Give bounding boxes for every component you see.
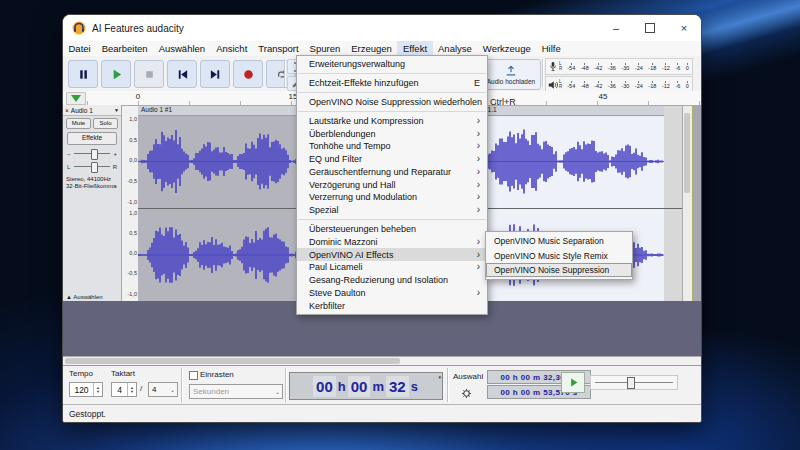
taktart-upper-value[interactable]: 4	[112, 385, 127, 395]
gain-slider[interactable]: – +	[63, 147, 121, 160]
pan-slider-thumb[interactable]	[91, 162, 98, 173]
menu-item-steve-daulton[interactable]: Steve Daulton›	[297, 287, 487, 300]
vertical-scrollbar[interactable]	[682, 105, 692, 301]
menu-item-erweiterungsverwaltung[interactable]: Erweiterungsverwaltung	[297, 58, 487, 71]
track-header[interactable]: × Audio 1 ▼	[63, 105, 121, 116]
vertical-scrollbar-thumb[interactable]	[684, 113, 690, 193]
play-button[interactable]	[101, 60, 131, 88]
submenu-item-noise-suppression[interactable]: OpenVINO Noise Suppression	[486, 263, 632, 277]
menu-spuren[interactable]: Spuren	[304, 41, 346, 56]
effects-button[interactable]: Effekte	[67, 132, 117, 145]
speed-slider-thumb[interactable]	[627, 377, 635, 389]
taktart-spin-icons[interactable]: ▲▼	[127, 383, 136, 396]
amp-label: -1,0	[121, 200, 137, 206]
menu-effekt[interactable]: Effekt	[397, 41, 432, 56]
record-button[interactable]	[233, 60, 263, 88]
menu-bearbeiten[interactable]: Bearbeiten	[96, 41, 153, 56]
track-close-icon[interactable]: ×	[65, 107, 69, 114]
menu-item-paul-licameli[interactable]: Paul Licameli›	[297, 261, 487, 274]
pan-slider-track[interactable]	[74, 166, 110, 167]
menu-werkzeuge[interactable]: Werkzeuge	[477, 41, 536, 56]
horizontal-scrollbar-thumb[interactable]	[65, 358, 400, 364]
menu-item-geraeuschentfernung[interactable]: Geräuschentfernung und Reparatur›	[297, 165, 487, 178]
track-menu-chevron-icon[interactable]: ▼	[114, 107, 119, 113]
bottom-toolbar: Tempo Taktart 120 ▲▼ 4 ▲▼ / 4 ⌄ Einraste…	[63, 365, 701, 405]
menu-ansicht[interactable]: Ansicht	[211, 41, 253, 56]
snap-checkbox[interactable]	[189, 371, 198, 380]
menu-item-uebersteuerungen[interactable]: Übersteuerungen beheben	[297, 223, 487, 236]
menu-item-tonhoehe[interactable]: Tonhöhe und Tempo›	[297, 140, 487, 153]
ruler-label-0: 0	[136, 92, 140, 101]
menu-item-openvino-ns-wiederholen[interactable]: OpenVINO Noise Suppression wiederholenCt…	[297, 96, 487, 109]
menu-item-spezial[interactable]: Spezial›	[297, 204, 487, 217]
menu-item-label: Verzögerung und Hall	[309, 180, 469, 190]
menu-item-openvino-ai-effects[interactable]: OpenVINO AI Effects›	[297, 248, 487, 261]
menu-item-label: Erweiterungsverwaltung	[309, 59, 480, 69]
track-select-button[interactable]: ▲ Auswählen	[66, 294, 103, 300]
stop-button[interactable]	[134, 60, 164, 88]
recording-meter[interactable]: LR -54-48-42-36-30-24-18-12-60	[545, 58, 693, 75]
time-format-caret-icon[interactable]: ▾	[438, 374, 441, 380]
time-minutes[interactable]: 00	[348, 376, 371, 397]
skip-to-end-button[interactable]	[200, 60, 230, 88]
record-icon	[242, 68, 255, 81]
bottombar-separator-2	[285, 368, 286, 402]
transport-toolbar	[68, 60, 296, 88]
clip-title[interactable]: Audio 1 #1	[141, 105, 172, 114]
menu-transport[interactable]: Transport	[253, 41, 304, 56]
close-button[interactable]: ×	[667, 15, 701, 41]
menu-item-gesang-reduzierung[interactable]: Gesang-Reduzierung und Isolation	[297, 274, 487, 287]
skip-to-start-button[interactable]	[167, 60, 197, 88]
selection-settings-gear-icon[interactable]	[461, 388, 472, 399]
submenu-arrow-icon: ›	[477, 193, 480, 201]
menu-item-shortcut: E	[474, 78, 480, 88]
submenu-item-music-style-remix[interactable]: OpenVINO Music Style Remix	[486, 248, 632, 262]
track-name[interactable]: Audio 1	[71, 107, 114, 114]
menu-item-ueberblendungen[interactable]: Überblendungen›	[297, 127, 487, 140]
gain-slider-thumb[interactable]	[91, 149, 98, 160]
menu-item-label: Geräuschentfernung und Reparatur	[309, 167, 469, 177]
submenu-item-music-separation[interactable]: OpenVINO Music Separation	[486, 234, 632, 248]
menu-analyse[interactable]: Analyse	[433, 41, 478, 56]
tempo-value[interactable]: 120	[70, 385, 93, 395]
playback-speed-slider[interactable]	[590, 375, 678, 390]
pinned-playhead-button[interactable]	[66, 92, 86, 105]
speaker-icon	[548, 80, 558, 90]
menu-item-echtzeit-effekte[interactable]: Echtzeit-Effekte hinzufügenE	[297, 77, 487, 90]
time-seconds[interactable]: 32	[386, 376, 409, 397]
submenu-arrow-icon: ›	[477, 130, 480, 138]
menu-erzeugen[interactable]: Erzeugen	[346, 41, 398, 56]
gain-slider-track[interactable]	[74, 153, 110, 154]
status-text: Gestoppt.	[69, 409, 106, 419]
tempo-spin-icons[interactable]: ▲▼	[93, 383, 102, 396]
audio-position-display[interactable]: 00 h 00 m 32 s ▾	[289, 372, 443, 400]
taktart-lower-dropdown[interactable]: 4 ⌄	[148, 382, 178, 397]
minimize-button[interactable]: –	[599, 15, 633, 41]
meter-scale-label: -36	[608, 63, 616, 71]
taktart-upper-stepper[interactable]: 4 ▲▼	[111, 382, 137, 397]
titlebar[interactable]: AI Features audacity – ×	[63, 15, 701, 41]
mute-button[interactable]: Mute	[66, 118, 91, 129]
menu-item-lautstaerke[interactable]: Lautstärke und Kompression›	[297, 114, 487, 127]
bottombar-separator-3	[447, 368, 448, 402]
menu-hilfe[interactable]: Hilfe	[536, 41, 566, 56]
menu-auswaehlen[interactable]: Auswählen	[153, 41, 210, 56]
pause-button[interactable]	[68, 60, 98, 88]
time-hours[interactable]: 00	[313, 376, 336, 397]
menu-item-verzerrung[interactable]: Verzerrung und Modulation›	[297, 191, 487, 204]
menu-item-dominic-mazzoni[interactable]: Dominic Mazzoni›	[297, 235, 487, 248]
snap-mode-dropdown[interactable]: Sekunden ⌄	[189, 384, 283, 399]
tempo-stepper[interactable]: 120 ▲▼	[69, 382, 103, 397]
gain-min-label: –	[67, 151, 73, 157]
solo-button[interactable]: Solo	[93, 118, 118, 129]
play-at-speed-button[interactable]	[561, 372, 585, 393]
menu-item-verzoegerung[interactable]: Verzögerung und Hall›	[297, 178, 487, 191]
menu-datei[interactable]: Datei	[63, 41, 96, 56]
amp-label: -0,5	[121, 271, 137, 277]
pan-slider[interactable]: L R	[63, 160, 121, 173]
loop-icon	[275, 68, 288, 81]
maximize-button[interactable]	[633, 15, 667, 41]
menu-item-kerbfilter[interactable]: Kerbfilter	[297, 299, 487, 312]
share-audio-button[interactable]: Audio hochladen	[481, 59, 541, 90]
menu-item-eq-filter[interactable]: EQ und Filter›	[297, 153, 487, 166]
